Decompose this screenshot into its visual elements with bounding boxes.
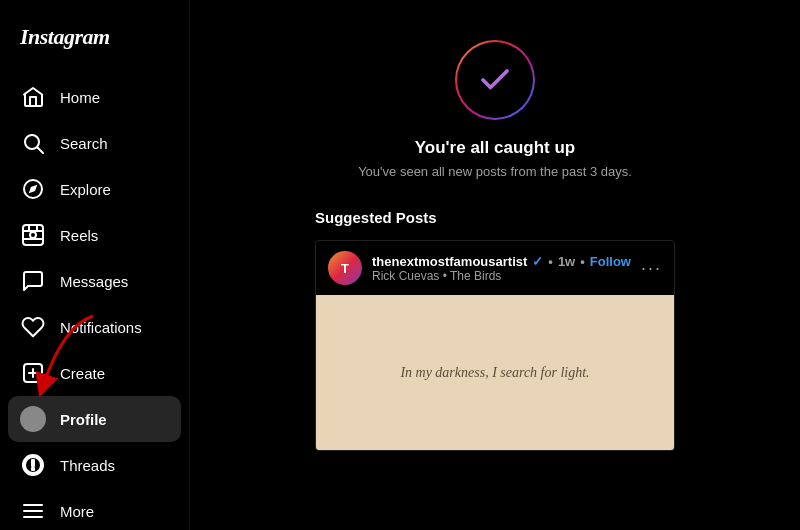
post-avatar: T <box>328 251 362 285</box>
app-logo: Instagram <box>8 12 181 74</box>
suggested-posts-title: Suggested Posts <box>315 209 675 226</box>
more-icon <box>20 498 46 524</box>
post-time-value: 1w <box>558 254 575 269</box>
sidebar-item-more[interactable]: More <box>8 488 181 530</box>
explore-icon <box>20 176 46 202</box>
reels-icon <box>20 222 46 248</box>
notifications-icon <box>20 314 46 340</box>
search-icon <box>20 130 46 156</box>
sidebar-item-search[interactable]: Search <box>8 120 181 166</box>
sidebar-item-create[interactable]: Create <box>8 350 181 396</box>
post-username-row: thenextmostfamousartist ✓ • 1w • Follow <box>372 254 631 269</box>
sidebar-item-messages[interactable]: Messages <box>8 258 181 304</box>
caught-up-title: You're all caught up <box>415 138 576 158</box>
sidebar-item-more-label: More <box>60 503 94 520</box>
post-card: T thenextmostfamousartist ✓ • 1w • Follo… <box>315 240 675 451</box>
svg-point-5 <box>30 232 36 238</box>
post-meta: thenextmostfamousartist ✓ • 1w • Follow … <box>372 254 631 283</box>
messages-icon <box>20 268 46 294</box>
sidebar: Instagram Home Search Explore Reels Mess… <box>0 0 190 530</box>
threads-icon <box>20 452 46 478</box>
sidebar-item-threads[interactable]: Threads <box>8 442 181 488</box>
post-image: In my darkness, I search for light. <box>316 295 674 450</box>
sidebar-item-notifications[interactable]: Notifications <box>8 304 181 350</box>
caught-up-section: You're all caught up You've seen all new… <box>338 0 652 209</box>
sidebar-item-messages-label: Messages <box>60 273 128 290</box>
svg-line-1 <box>38 148 44 154</box>
home-icon <box>20 84 46 110</box>
post-header-left: T thenextmostfamousartist ✓ • 1w • Follo… <box>328 251 631 285</box>
suggested-posts-section: Suggested Posts T thenextmostfamousartis… <box>305 209 685 451</box>
sidebar-item-search-label: Search <box>60 135 108 152</box>
sidebar-item-threads-label: Threads <box>60 457 115 474</box>
sidebar-item-explore-label: Explore <box>60 181 111 198</box>
sidebar-item-notifications-label: Notifications <box>60 319 142 336</box>
sidebar-item-home[interactable]: Home <box>8 74 181 120</box>
sidebar-item-reels[interactable]: Reels <box>8 212 181 258</box>
sidebar-item-create-label: Create <box>60 365 105 382</box>
create-icon <box>20 360 46 386</box>
caught-up-circle <box>455 40 535 120</box>
svg-marker-3 <box>29 185 37 193</box>
post-username[interactable]: thenextmostfamousartist <box>372 254 527 269</box>
sidebar-item-profile-label: Profile <box>60 411 107 428</box>
sidebar-item-reels-label: Reels <box>60 227 98 244</box>
caught-up-subtitle: You've seen all new posts from the past … <box>358 164 632 179</box>
sidebar-item-profile[interactable]: Profile <box>8 396 181 442</box>
post-separator: • <box>580 254 585 269</box>
post-subtitle: Rick Cuevas • The Birds <box>372 269 631 283</box>
follow-button[interactable]: Follow <box>590 254 631 269</box>
profile-avatar-icon <box>20 406 46 432</box>
post-more-button[interactable]: ··· <box>641 258 662 279</box>
post-image-text: In my darkness, I search for light. <box>380 345 609 401</box>
verified-badge-icon: ✓ <box>532 254 543 269</box>
post-time: • <box>548 254 553 269</box>
post-header: T thenextmostfamousartist ✓ • 1w • Follo… <box>316 241 674 295</box>
svg-rect-4 <box>23 225 43 245</box>
sidebar-item-home-label: Home <box>60 89 100 106</box>
sidebar-item-explore[interactable]: Explore <box>8 166 181 212</box>
main-content: You're all caught up You've seen all new… <box>190 0 800 530</box>
